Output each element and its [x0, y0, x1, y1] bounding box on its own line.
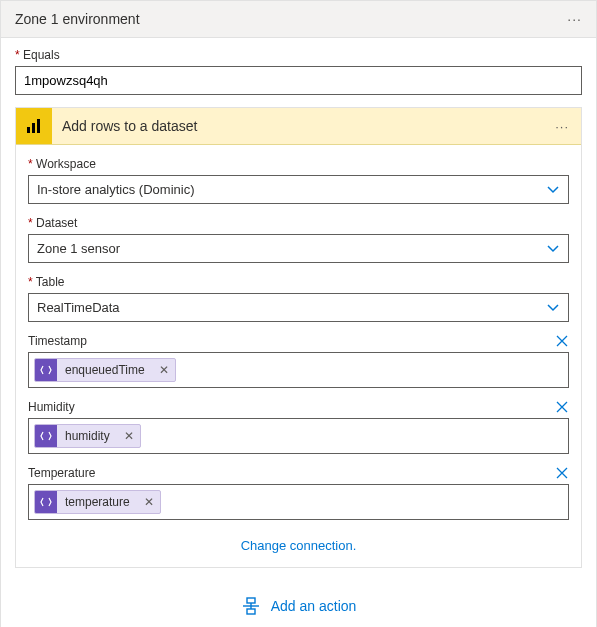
humidity-token-label: humidity — [57, 429, 118, 443]
remove-temperature-button[interactable] — [555, 466, 569, 480]
workspace-label: Workspace — [28, 157, 569, 171]
timestamp-token-remove[interactable]: ✕ — [153, 363, 175, 377]
table-select[interactable]: RealTimeData — [28, 293, 569, 322]
humidity-input[interactable]: humidity ✕ — [28, 418, 569, 454]
table-value: RealTimeData — [37, 300, 120, 315]
table-label: Table — [28, 275, 569, 289]
svg-rect-4 — [247, 609, 255, 614]
change-connection: Change connection. — [28, 532, 569, 557]
timestamp-field: Timestamp enqueuedTime ✕ — [28, 334, 569, 388]
panel-title: Zone 1 environment — [15, 11, 140, 27]
workspace-value: In-store analytics (Dominic) — [37, 182, 195, 197]
humidity-label: Humidity — [28, 400, 547, 414]
humidity-token: humidity ✕ — [34, 424, 141, 448]
temperature-token-remove[interactable]: ✕ — [138, 495, 160, 509]
equals-field: Equals — [15, 48, 582, 95]
expression-icon — [35, 491, 57, 513]
equals-label: Equals — [15, 48, 582, 62]
dataset-select[interactable]: Zone 1 sensor — [28, 234, 569, 263]
workspace-field: Workspace In-store analytics (Dominic) — [28, 157, 569, 204]
chevron-down-icon — [546, 242, 560, 256]
temperature-token: temperature ✕ — [34, 490, 161, 514]
svg-rect-2 — [37, 119, 40, 133]
action-body: Workspace In-store analytics (Dominic) D… — [16, 145, 581, 567]
action-header[interactable]: Add rows to a dataset ··· — [16, 108, 581, 145]
remove-timestamp-button[interactable] — [555, 334, 569, 348]
dataset-value: Zone 1 sensor — [37, 241, 120, 256]
humidity-field: Humidity humidity ✕ — [28, 400, 569, 454]
dataset-field: Dataset Zone 1 sensor — [28, 216, 569, 263]
equals-input[interactable] — [15, 66, 582, 95]
add-action-button[interactable]: Add an action — [15, 568, 582, 627]
add-action-label: Add an action — [271, 598, 357, 614]
svg-rect-3 — [247, 598, 255, 603]
temperature-input[interactable]: temperature ✕ — [28, 484, 569, 520]
panel-body: Equals Add rows to a dataset ··· Workspa… — [1, 38, 596, 627]
timestamp-label: Timestamp — [28, 334, 547, 348]
action-card: Add rows to a dataset ··· Workspace In-s… — [15, 107, 582, 568]
chevron-down-icon — [546, 301, 560, 315]
humidity-token-remove[interactable]: ✕ — [118, 429, 140, 443]
temperature-field: Temperature temperature ✕ — [28, 466, 569, 520]
svg-rect-1 — [32, 123, 35, 133]
dataset-label: Dataset — [28, 216, 569, 230]
expression-icon — [35, 359, 57, 381]
panel-header: Zone 1 environment ··· — [1, 1, 596, 38]
temperature-token-label: temperature — [57, 495, 138, 509]
svg-rect-0 — [27, 127, 30, 133]
temperature-label: Temperature — [28, 466, 547, 480]
powerbi-icon — [16, 108, 52, 144]
timestamp-token-label: enqueuedTime — [57, 363, 153, 377]
action-menu-button[interactable]: ··· — [543, 119, 581, 134]
add-step-icon — [241, 596, 261, 616]
expression-icon — [35, 425, 57, 447]
change-connection-link[interactable]: Change connection. — [241, 538, 357, 553]
action-title: Add rows to a dataset — [52, 118, 543, 134]
condition-panel: Zone 1 environment ··· Equals Add rows t… — [0, 0, 597, 627]
chevron-down-icon — [546, 183, 560, 197]
table-field: Table RealTimeData — [28, 275, 569, 322]
remove-humidity-button[interactable] — [555, 400, 569, 414]
panel-menu-button[interactable]: ··· — [567, 11, 582, 27]
workspace-select[interactable]: In-store analytics (Dominic) — [28, 175, 569, 204]
timestamp-token: enqueuedTime ✕ — [34, 358, 176, 382]
timestamp-input[interactable]: enqueuedTime ✕ — [28, 352, 569, 388]
